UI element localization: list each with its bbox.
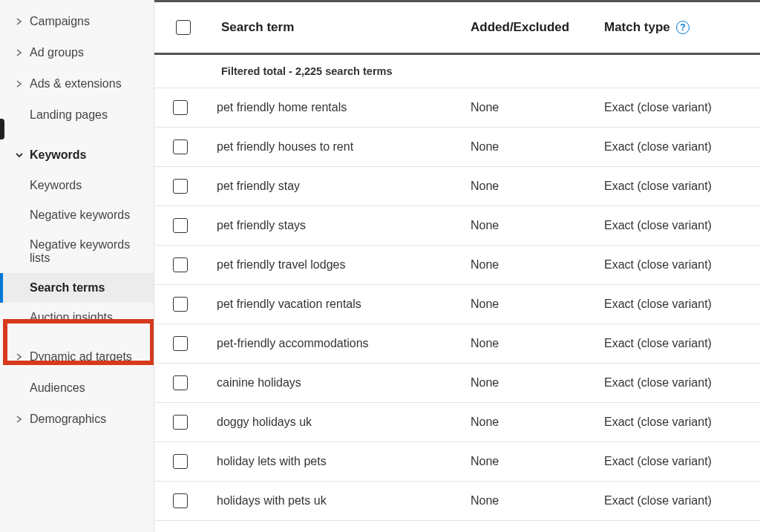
nav-label: Keywords	[30, 148, 86, 162]
nav-demographics[interactable]: Demographics	[0, 404, 154, 435]
summary-text: Filtered total - 2,225 search terms	[206, 55, 456, 88]
cell-added-excluded: None	[456, 366, 589, 400]
subnav-label: Negative keywords lists	[30, 238, 130, 264]
table-row: pet friendly home rentalsNoneExact (clos…	[154, 88, 760, 128]
cell-match-type: Exact (close variant)	[589, 405, 760, 439]
row-checkbox[interactable]	[173, 218, 188, 233]
col-header-search-term[interactable]: Search term	[206, 2, 456, 53]
cell-search-term: pet friendly home rentals	[206, 91, 456, 125]
cell-search-term: pet friendly stay	[206, 169, 456, 203]
nav-dynamic-ad-targets[interactable]: Dynamic ad targets	[0, 341, 154, 372]
header-label: Added/Excluded	[471, 20, 569, 35]
row-checkbox[interactable]	[173, 375, 188, 390]
header-label: Search term	[221, 20, 294, 35]
table-row: pet friendly vacation rentalsNoneExact (…	[154, 285, 760, 324]
chevron-right-icon	[13, 16, 25, 27]
cell-match-type: Exact (close variant)	[589, 248, 760, 282]
cell-search-term: holiday lets with pets	[206, 444, 456, 479]
cell-match-type: Exact (close variant)	[589, 130, 760, 164]
cell-added-excluded: None	[456, 444, 589, 479]
col-header-added-excluded[interactable]: Added/Excluded	[456, 2, 589, 53]
table-row: pet friendly travel lodgesNoneExact (clo…	[154, 246, 760, 285]
cell-search-term: pet friendly travel lodges	[206, 248, 456, 282]
table-row: holiday lets with petsNoneExact (close v…	[154, 442, 760, 482]
cell-match-type: Exact (close variant)	[589, 444, 760, 479]
header-label: Match type	[604, 20, 670, 35]
subnav-negative-keywords[interactable]: Negative keywords	[0, 200, 154, 230]
nav-label: Ad groups	[30, 46, 84, 59]
nav-ad-groups[interactable]: Ad groups	[0, 37, 154, 68]
cell-added-excluded: None	[456, 326, 589, 361]
table-row: pet-friendly accommodationsNoneExact (cl…	[154, 324, 760, 364]
table-row: cainine holidaysNoneExact (close variant…	[154, 364, 760, 403]
table-row: pet friendly houses to rentNoneExact (cl…	[154, 128, 760, 167]
subnav-search-terms[interactable]: Search terms	[0, 273, 154, 303]
cell-match-type: Exact (close variant)	[589, 484, 760, 518]
row-checkbox[interactable]	[173, 415, 188, 430]
cell-search-term: pet friendly vacation rentals	[206, 287, 456, 321]
cell-added-excluded: None	[456, 169, 589, 203]
row-checkbox[interactable]	[173, 336, 188, 351]
nav-label: Campaigns	[30, 15, 90, 28]
table-body: Filtered total - 2,225 search terms pet …	[154, 55, 760, 532]
nav-label: Audiences	[30, 381, 85, 395]
cell-added-excluded: None	[456, 208, 589, 243]
help-icon[interactable]: ?	[676, 21, 689, 34]
table-row: pet friendly staysNoneExact (close varia…	[154, 206, 760, 246]
row-checkbox[interactable]	[173, 179, 188, 194]
cell-match-type: Exact (close variant)	[589, 326, 760, 361]
cell-search-term: pet friendly stays	[206, 208, 456, 243]
cell-added-excluded: None	[456, 287, 589, 321]
subnav-negative-keywords-lists[interactable]: Negative keywords lists	[0, 230, 154, 273]
subnav-label: Search terms	[30, 281, 105, 294]
nav-campaigns[interactable]: Campaigns	[0, 6, 154, 37]
table-row: pet friendly stayNoneExact (close varian…	[154, 167, 760, 206]
col-header-match-type[interactable]: Match type ?	[589, 2, 760, 53]
cell-search-term: pet-friendly accommodations	[206, 326, 456, 361]
cell-match-type: Exact (close variant)	[589, 91, 760, 125]
subnav-label: Keywords	[30, 179, 82, 191]
row-checkbox[interactable]	[173, 493, 188, 508]
cell-match-type: Exact (close variant)	[589, 366, 760, 400]
row-checkbox[interactable]	[173, 139, 188, 154]
cell-match-type: Exact (close variant)	[589, 287, 760, 321]
chevron-right-icon	[13, 413, 25, 425]
cell-search-term: pet friendly houses to rent	[206, 130, 456, 164]
subnav-label: Negative keywords	[30, 208, 130, 221]
cell-search-term: cainine holidays	[206, 366, 456, 400]
row-checkbox[interactable]	[173, 100, 188, 115]
row-checkbox[interactable]	[173, 257, 188, 272]
nav-label: Landing pages	[30, 108, 108, 122]
chevron-right-icon	[13, 47, 25, 59]
subnav-auction-insights[interactable]: Auction insights	[0, 303, 154, 332]
summary-row: Filtered total - 2,225 search terms	[154, 55, 760, 88]
sidebar: Campaigns Ad groups Ads & extensions Lan…	[0, 0, 154, 532]
table-row: holidays with pets ukNoneExact (close va…	[154, 482, 760, 521]
nav-audiences[interactable]: Audiences	[0, 372, 154, 404]
cell-search-term: holidays with pets uk	[206, 484, 456, 518]
cell-added-excluded: None	[456, 248, 589, 282]
table-header-row: Search term Added/Excluded Match type ?	[154, 0, 760, 55]
chevron-down-icon	[13, 149, 25, 161]
cell-added-excluded: None	[456, 130, 589, 164]
table-row: doggy holidays ukNoneExact (close varian…	[154, 403, 760, 442]
nav-label: Demographics	[30, 413, 106, 426]
cell-search-term: doggy holidays uk	[206, 405, 456, 439]
cell-added-excluded: None	[456, 91, 589, 125]
cell-added-excluded: None	[456, 484, 589, 518]
nav-landing-pages[interactable]: Landing pages	[0, 99, 154, 131]
chevron-right-icon	[13, 78, 25, 90]
nav-keywords[interactable]: Keywords	[0, 139, 154, 171]
subnav-keywords[interactable]: Keywords	[0, 171, 154, 200]
chevron-right-icon	[13, 351, 25, 363]
nav-label: Dynamic ad targets	[30, 350, 132, 364]
cell-added-excluded: None	[456, 405, 589, 439]
nav-ads-extensions[interactable]: Ads & extensions	[0, 68, 154, 99]
row-checkbox[interactable]	[173, 454, 188, 469]
nav-label: Ads & extensions	[30, 77, 122, 91]
select-all-checkbox[interactable]	[176, 20, 191, 35]
collapse-handle[interactable]	[0, 119, 4, 139]
cell-match-type: Exact (close variant)	[589, 169, 760, 203]
row-checkbox[interactable]	[173, 297, 188, 312]
cell-match-type: Exact (close variant)	[589, 208, 760, 243]
